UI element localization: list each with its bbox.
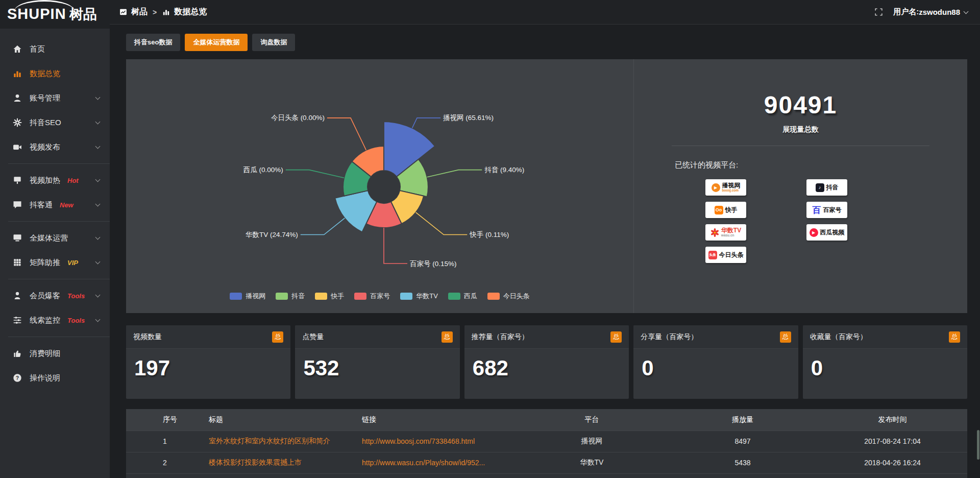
cell-index xyxy=(159,473,205,478)
platform-badge-1: ♪抖音 xyxy=(806,179,847,196)
sidebar-item-0-4[interactable]: 视频发布 xyxy=(0,135,110,159)
platform-text: 西瓜视频 xyxy=(820,229,845,236)
stat-card-total-badge[interactable]: 总 xyxy=(442,331,453,343)
stat-card-total-badge[interactable]: 总 xyxy=(949,331,960,343)
boosj-logo: ▶ xyxy=(712,183,720,192)
breadcrumb-home[interactable]: 树品 xyxy=(119,7,148,17)
legend-item-5[interactable]: 西瓜 xyxy=(448,292,477,301)
cell-link-url[interactable]: http://www.boosj.com/7338468.html xyxy=(358,431,516,452)
cell-title[interactable]: 楼体投影灯投影效果震撼上市 xyxy=(205,452,358,473)
thumb-up-icon xyxy=(12,348,22,358)
tab-bar: 抖音seo数据全媒体运营数据询盘数据 xyxy=(126,34,967,51)
sidebar-item-3-1[interactable]: 线索监控Tools xyxy=(0,308,110,332)
summary-panel: 90491 展现量总数 已统计的视频平台: ▶播视网boosj.com♪抖音Oo… xyxy=(633,59,967,313)
tab-2[interactable]: 询盘数据 xyxy=(252,34,295,51)
sidebar-item-0-2[interactable]: 账号管理 xyxy=(0,86,110,110)
chat-icon xyxy=(12,200,22,210)
stat-card-value: 0 xyxy=(803,349,967,388)
tab-1[interactable]: 全媒体运营数据 xyxy=(185,34,248,51)
stat-card-value: 197 xyxy=(126,349,290,388)
legend-item-3[interactable]: 百家号 xyxy=(354,292,390,301)
sidebar-item-3-0[interactable]: 会员爆客Tools xyxy=(0,283,110,308)
stat-card-value: 682 xyxy=(464,349,629,388)
sidebar-item-2-0[interactable]: 全媒体运营 xyxy=(0,226,110,250)
pie-label-line-5 xyxy=(286,170,344,178)
platform-badge-6: 头条今日头条 xyxy=(705,247,746,263)
platform-text: 抖音 xyxy=(826,184,839,191)
sidebar-item-2-1[interactable]: 矩阵助推VIP xyxy=(0,250,110,275)
cell-link-url[interactable]: http://www.wasu.cn/Play/show/id/952... xyxy=(358,452,516,473)
stat-card-title: 推荐量（百家号） xyxy=(472,332,529,342)
sidebar-item-0-0[interactable]: 首页 xyxy=(0,37,110,61)
cell-platform xyxy=(516,473,668,478)
tab-0[interactable]: 抖音seo数据 xyxy=(126,34,180,51)
sidebar-item-4-0[interactable]: 消费明细 xyxy=(0,341,110,366)
platform-text: 播视网boosj.com xyxy=(722,182,741,192)
sidebar-divider xyxy=(8,279,110,279)
cell-link-url[interactable] xyxy=(358,473,516,478)
breadcrumb-current[interactable]: 数据总览 xyxy=(162,7,207,17)
app-logo[interactable]: SHUPIN 树品 xyxy=(7,5,97,23)
cell-title[interactable] xyxy=(205,473,358,478)
stat-card-header: 分享量（百家号）总 xyxy=(633,325,798,349)
platform-badge-0: ▶播视网boosj.com xyxy=(705,179,746,196)
cell-platform: 播视网 xyxy=(516,431,668,452)
chevron-down-icon xyxy=(95,259,101,265)
legend-swatch-icon xyxy=(448,293,460,300)
legend-item-2[interactable]: 快手 xyxy=(315,292,344,301)
platforms-title: 已统计的视频平台: xyxy=(675,160,967,170)
legend-label: 快手 xyxy=(331,292,344,301)
stat-card-total-badge[interactable]: 总 xyxy=(272,331,283,343)
stat-card-header: 视频数量总 xyxy=(126,325,290,349)
sidebar-item-4-1[interactable]: ?操作说明 xyxy=(0,366,110,390)
sidebar-item-0-3[interactable]: 抖音SEO xyxy=(0,110,110,135)
video-camera-icon xyxy=(12,142,22,152)
chevron-down-icon xyxy=(95,144,101,149)
username: zswodun88 xyxy=(919,8,960,16)
scrollbar-thumb[interactable] xyxy=(977,430,979,460)
monitor-icon xyxy=(12,233,22,243)
grid-icon xyxy=(12,257,22,268)
legend-label: 播视网 xyxy=(246,292,265,301)
legend-label: 抖音 xyxy=(291,292,305,301)
pie-label-5: 西瓜 (0.00%) xyxy=(243,166,283,174)
legend-item-0[interactable]: 播视网 xyxy=(230,292,265,301)
cell-title[interactable]: 室外水纹灯和室内水纹灯的区别和简介 xyxy=(205,431,358,452)
table-row-0: 1室外水纹灯和室内水纹灯的区别和简介http://www.boosj.com/7… xyxy=(126,431,967,452)
platform-name: 播视网 xyxy=(722,182,741,189)
legend-label: 华数TV xyxy=(416,292,438,301)
stat-card-total-badge[interactable]: 总 xyxy=(780,331,791,343)
sidebar-item-1-0[interactable]: 视频加热Hot xyxy=(0,168,110,193)
platform-text: 今日头条 xyxy=(719,252,744,258)
sidebar-item-badge: Tools xyxy=(67,292,85,300)
chevron-down-icon xyxy=(95,202,101,207)
legend-item-4[interactable]: 华数TV xyxy=(400,292,438,301)
fullscreen-icon[interactable] xyxy=(874,8,883,16)
cell-platform: 华数TV xyxy=(516,452,668,473)
summary-divider xyxy=(672,146,929,146)
table-header-6: 发布时间 xyxy=(818,409,967,431)
stat-card-value: 532 xyxy=(295,349,459,388)
sidebar-item-1-1[interactable]: 抖客通New xyxy=(0,193,110,217)
main-area: 树品 > 数据总览 用户名: zswodun88 抖音seo数据全媒体运营数据询… xyxy=(110,0,980,478)
question-icon: ? xyxy=(12,373,22,383)
legend-item-6[interactable]: 今日头条 xyxy=(487,292,530,301)
pie-label-6: 今日头条 (0.00%) xyxy=(271,114,325,122)
pie-label-3: 百家号 (0.15%) xyxy=(410,260,457,268)
sidebar-item-label: 消费明细 xyxy=(30,349,60,358)
platform-badge-2: Oo快手 xyxy=(705,202,746,218)
pie-label-line-6 xyxy=(327,118,366,150)
legend-swatch-icon xyxy=(315,293,327,300)
cell-index: 1 xyxy=(159,431,205,452)
user-menu[interactable]: 用户名: zswodun88 xyxy=(893,7,968,17)
pie-chart-area: 播视网 (65.61%)抖音 (9.40%)快手 (0.11%)百家号 (0.1… xyxy=(126,59,633,313)
rose-pie-chart: 播视网 (65.61%)抖音 (9.40%)快手 (0.11%)百家号 (0.1… xyxy=(126,59,633,284)
table-header-row: 序号标题链接平台播放量发布时间 xyxy=(126,409,967,431)
logo-arc-decoration xyxy=(14,0,75,11)
sidebar-item-0-1[interactable]: 数据总览 xyxy=(0,61,110,86)
legend-item-1[interactable]: 抖音 xyxy=(276,292,305,301)
content: 抖音seo数据全媒体运营数据询盘数据 播视网 (65.61%)抖音 (9.40%… xyxy=(110,25,980,478)
stat-card-total-badge[interactable]: 总 xyxy=(610,331,622,343)
cell-plays: 5438 xyxy=(668,452,818,473)
cell-index: 2 xyxy=(159,452,205,473)
